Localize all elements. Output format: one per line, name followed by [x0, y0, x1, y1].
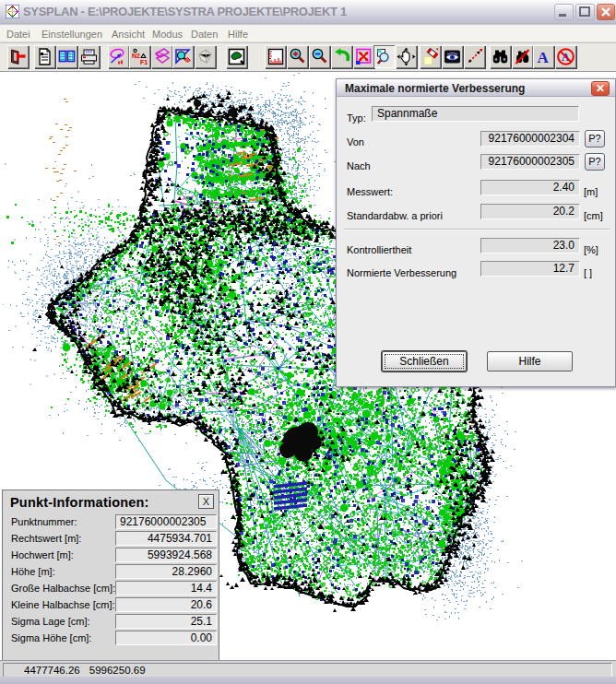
svg-text:F1: F1 — [140, 59, 148, 65]
svg-text:A: A — [538, 49, 550, 66]
svg-text:N2: N2 — [132, 53, 140, 59]
